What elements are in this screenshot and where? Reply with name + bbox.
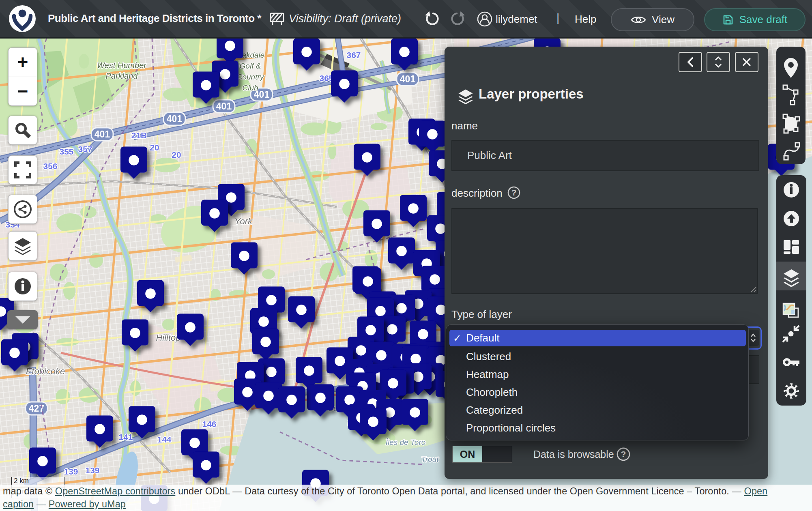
- svg-text:Golf &: Golf &: [240, 62, 261, 70]
- svg-text:146: 146: [202, 419, 216, 429]
- svg-text:356: 356: [43, 161, 57, 171]
- svg-text:York: York: [234, 216, 253, 226]
- svg-text:367: 367: [346, 50, 361, 60]
- svg-text:Club: Club: [242, 84, 258, 92]
- svg-text:401: 401: [95, 129, 110, 140]
- svg-text:West Humber: West Humber: [97, 61, 147, 70]
- svg-text:?: ?: [621, 449, 626, 459]
- svg-text:401: 401: [167, 114, 183, 124]
- svg-text:20: 20: [150, 143, 159, 152]
- svg-text:144: 144: [157, 435, 171, 444]
- svg-text:139: 139: [85, 466, 99, 475]
- svg-text:401: 401: [216, 101, 232, 112]
- svg-text:139: 139: [64, 467, 78, 476]
- svg-text:Parkland: Parkland: [106, 71, 138, 80]
- svg-text:?: ?: [511, 188, 516, 197]
- svg-text:401: 401: [400, 74, 416, 84]
- svg-text:355: 355: [59, 147, 73, 156]
- svg-text:Country: Country: [237, 73, 264, 81]
- svg-text:141: 141: [118, 432, 133, 442]
- svg-text:427: 427: [29, 403, 44, 414]
- svg-text:21B: 21B: [131, 131, 147, 140]
- svg-text:Trout: Trout: [421, 455, 439, 464]
- svg-text:20: 20: [172, 150, 181, 159]
- svg-text:357: 357: [78, 144, 92, 154]
- svg-text:Îles de Toro: Îles de Toro: [386, 438, 426, 447]
- svg-text:Etobicoke: Etobicoke: [26, 366, 65, 376]
